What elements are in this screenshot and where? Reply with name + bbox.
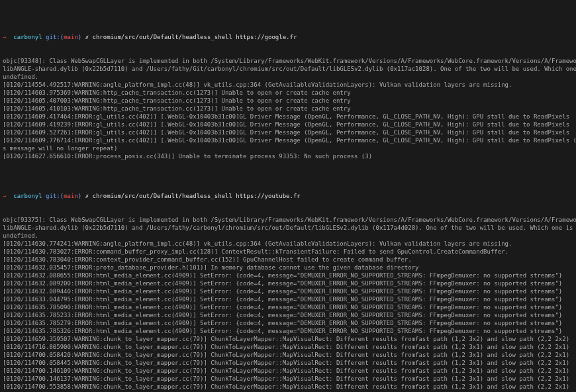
log-line: [0120/114609.527261:ERROR:gl_utils.cc(40… [3, 128, 573, 136]
log-line: libANGLE-shared.dylib (0x22b5d7110) and … [3, 65, 573, 73]
prompt-dir: carbonyl [13, 193, 42, 199]
log-block-2: objc[93375]: Class WebSwapCGLLayer is im… [3, 216, 573, 392]
prompt-command: chromium/src/out/Default/headless_shell … [93, 193, 301, 199]
prompt-git-close: ) [78, 34, 81, 40]
log-line: [0120/114605.407003:WARNING:http_cache_t… [3, 97, 573, 105]
log-line: [0120/114632.035457:ERROR:proto_database… [3, 264, 573, 271]
log-line: objc[93348]: Class WebSwapCGLLayer is im… [3, 57, 573, 65]
prompt-git-label: git:( [46, 193, 64, 199]
log-line: undefined. [3, 73, 573, 81]
log-line: [0120/114635.785279:ERROR:html_media_ele… [3, 319, 573, 327]
log-line: [0120/114659.359507:WARNING:chunk_to_lay… [3, 335, 573, 343]
log-line: [0120/114700.553858:WARNING:chunk_to_lay… [3, 383, 573, 391]
log-line: [0120/114716.805900:WARNING:chunk_to_lay… [3, 343, 573, 351]
log-line: [0120/114635.785090:ERROR:html_media_ele… [3, 303, 573, 311]
prompt-dir: carbonyl [13, 34, 42, 40]
log-line: [0120/114700.146109:WARNING:chunk_to_lay… [3, 367, 573, 375]
log-line: [0120/114632.089440:ERROR:html_media_ele… [3, 287, 573, 295]
prompt-symbol: ✗ [85, 34, 89, 40]
log-line: s message will no longer repeat) [3, 144, 573, 152]
log-line: [0120/114630.783040:ERROR:context_provid… [3, 256, 573, 264]
log-line: undefined. [3, 232, 573, 240]
prompt-git-close: ) [78, 193, 81, 199]
log-line: libANGLE-shared.dylib (0x22b5d7110) and … [3, 224, 573, 232]
terminal-output[interactable]: → carbonyl git:(main) ✗ chromium/src/out… [0, 0, 576, 392]
log-line: [0120/114633.044795:ERROR:html_media_ele… [3, 295, 573, 303]
prompt-arrow-icon: → [3, 34, 6, 40]
log-line: objc[93375]: Class WebSwapCGLLayer is im… [3, 216, 573, 224]
log-line: [0120/114627.656610:ERROR:process_posix.… [3, 152, 573, 160]
log-line: [0120/114609.776714:ERROR:gl_utils.cc(40… [3, 136, 573, 144]
log-block-1: objc[93348]: Class WebSwapCGLLayer is im… [3, 57, 573, 160]
log-line: [0120/114635.785326:ERROR:html_media_ele… [3, 327, 573, 335]
prompt-git-label: git:( [46, 34, 64, 40]
log-line: [0120/114635.785233:ERROR:html_media_ele… [3, 311, 573, 319]
log-line: [0120/114630.783027:ERROR:command_buffer… [3, 248, 573, 256]
log-line: [0120/114632.088655:ERROR:html_media_ele… [3, 271, 573, 279]
log-line: [0120/114700.058420:WARNING:chunk_to_lay… [3, 351, 573, 359]
log-line: [0120/114609.419239:ERROR:gl_utils.cc(40… [3, 121, 573, 128]
log-line: [0120/114630.774241:WARNING:angle_platfo… [3, 240, 573, 248]
prompt-arrow-icon: → [3, 193, 6, 199]
prompt-branch: main [64, 34, 78, 40]
log-line: [0120/114632.089200:ERROR:html_media_ele… [3, 279, 573, 287]
log-line: [0120/114554.492517:WARNING:angle_platfo… [3, 81, 573, 89]
prompt-line: → carbonyl git:(main) ✗ chromium/src/out… [3, 192, 573, 200]
log-line: [0120/114700.146137:WARNING:chunk_to_lay… [3, 375, 573, 383]
prompt-line: → carbonyl git:(main) ✗ chromium/src/out… [3, 33, 573, 41]
log-line: [0120/114609.417464:ERROR:gl_utils.cc(40… [3, 113, 573, 121]
prompt-branch: main [64, 193, 78, 199]
prompt-symbol: ✗ [85, 193, 89, 199]
log-line: [0120/114700.058445:WARNING:chunk_to_lay… [3, 359, 573, 367]
prompt-command: chromium/src/out/Default/headless_shell … [93, 34, 297, 40]
log-line: [0120/114605.410103:WARNING:http_cache_t… [3, 105, 573, 113]
log-line: [0120/114603.975369:WARNING:http_cache_t… [3, 89, 573, 97]
